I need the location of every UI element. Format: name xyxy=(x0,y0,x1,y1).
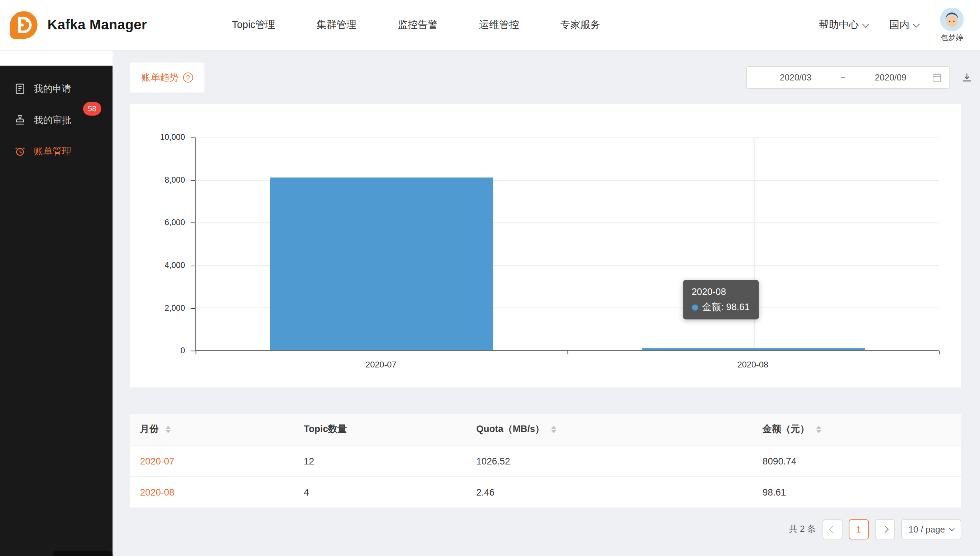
tooltip-value: 金额: 98.61 xyxy=(702,301,750,313)
help-center-link[interactable]: 帮助中心 xyxy=(819,18,868,31)
x-axis-tick xyxy=(567,351,568,354)
gridline xyxy=(196,137,939,138)
date-start[interactable]: 2020/03 xyxy=(754,73,837,82)
column-label: 月份 xyxy=(140,423,158,434)
sorter-icon[interactable] xyxy=(816,426,821,433)
prev-page-button[interactable] xyxy=(822,519,842,539)
quota-cell: 2.46 xyxy=(466,476,752,507)
chart-plot: 2020-08 金额: 98.61 xyxy=(195,137,939,351)
sidebar-collapse-bar[interactable] xyxy=(53,551,113,556)
date-range-picker[interactable]: 2020/03 ~ 2020/09 xyxy=(746,66,950,89)
brand-title: Kafka Manager xyxy=(48,17,147,33)
y-axis-label: 0 xyxy=(130,346,185,356)
nav-monitor-alert[interactable]: 监控告警 xyxy=(398,18,438,31)
tooltip-line: 金额: 98.61 xyxy=(692,301,750,313)
y-axis-label: 2,000 xyxy=(130,303,185,313)
user-menu[interactable]: 包梦婷 xyxy=(940,7,964,43)
x-axis-label: 2020-08 xyxy=(567,360,939,370)
table-row: 2020-08 4 2.46 98.61 xyxy=(130,476,961,507)
nav-expert-service[interactable]: 专家服务 xyxy=(560,18,601,31)
tab-bill-trend[interactable]: 账单趋势 xyxy=(130,63,204,92)
nav-cluster-manage[interactable]: 集群管理 xyxy=(316,18,357,31)
chart-bar-2020-07[interactable] xyxy=(270,178,493,350)
y-axis-tick xyxy=(191,137,195,138)
page-size-label: 10 / page xyxy=(909,524,945,534)
chevron-right-icon xyxy=(881,525,888,533)
tooltip-title: 2020-08 xyxy=(692,286,750,297)
topic-count-cell: 12 xyxy=(294,445,467,476)
x-axis-label: 2020-07 xyxy=(195,360,567,370)
sidebar: 我的申请 我的审批 58 账单管理 xyxy=(0,66,113,556)
sidebar-item-label: 账单管理 xyxy=(34,145,71,157)
y-axis-label: 8,000 xyxy=(130,175,185,185)
main-nav: Topic管理 集群管理 监控告警 运维管控 专家服务 xyxy=(232,18,601,31)
chart-ylabels: 02,0004,0006,0008,00010,000 xyxy=(130,137,190,351)
alarm-icon xyxy=(14,145,26,157)
billing-table-panel: 月份 Topic数量 Quota（MB/s） 金额（元） xyxy=(130,414,961,508)
y-axis-tick xyxy=(191,223,195,223)
chart-panel: 02,0004,0006,0008,00010,000 2020-08 金额: … xyxy=(130,103,961,388)
approval-count-badge: 58 xyxy=(83,102,101,116)
toolbar-row: 账单趋势 2020/03 ~ 2020/09 xyxy=(130,63,961,92)
y-axis-label: 6,000 xyxy=(130,218,185,228)
sidebar-item-bill-management[interactable]: 账单管理 xyxy=(0,136,113,167)
nav-ops-control[interactable]: 运维管控 xyxy=(479,18,519,31)
pagination-total: 共 2 条 xyxy=(789,524,816,535)
sorter-icon[interactable] xyxy=(166,426,171,433)
download-icon[interactable] xyxy=(961,72,973,83)
stamp-icon xyxy=(14,114,26,126)
column-header-topic-count: Topic数量 xyxy=(294,414,467,445)
chevron-down-icon xyxy=(913,21,920,27)
topbar-right: 帮助中心 国内 包梦婷 xyxy=(819,7,964,43)
sidebar-item-label: 我的审批 xyxy=(34,114,71,126)
y-axis-tick xyxy=(191,265,195,266)
x-axis-tick xyxy=(939,351,940,354)
avatar xyxy=(940,7,964,31)
table-row: 2020-07 12 1026.52 8090.74 xyxy=(130,445,961,476)
topic-count-cell: 4 xyxy=(294,476,467,507)
sidebar-top-strip xyxy=(0,50,113,66)
column-header-amount[interactable]: 金额（元） xyxy=(752,414,961,445)
calendar-icon xyxy=(932,73,942,82)
nav-topic-manage[interactable]: Topic管理 xyxy=(232,18,276,31)
page-1-button[interactable]: 1 xyxy=(848,519,869,539)
column-label: 金额（元） xyxy=(762,423,809,434)
amount-cell: 8090.74 xyxy=(752,445,961,476)
y-axis-tick xyxy=(191,351,195,351)
quota-cell: 1026.52 xyxy=(466,445,752,476)
app-logo-icon xyxy=(9,10,39,40)
billing-table: 月份 Topic数量 Quota（MB/s） 金额（元） xyxy=(130,414,961,508)
pagination: 共 2 条 1 10 / page xyxy=(130,519,961,539)
sidebar-item-label: 我的申请 xyxy=(34,83,71,95)
main-content: 账单趋势 2020/03 ~ 2020/09 xyxy=(113,50,980,556)
topbar: Kafka Manager Topic管理 集群管理 监控告警 运维管控 专家服… xyxy=(0,0,980,50)
month-link[interactable]: 2020-07 xyxy=(130,445,294,476)
user-name: 包梦婷 xyxy=(941,32,963,43)
toolbar-controls: 2020/03 ~ 2020/09 xyxy=(746,66,972,89)
chevron-down-icon xyxy=(862,21,869,27)
y-axis-tick xyxy=(191,180,195,181)
column-header-quota[interactable]: Quota（MB/s） xyxy=(466,414,752,445)
next-page-button[interactable] xyxy=(875,519,895,539)
page-size-select[interactable]: 10 / page xyxy=(901,519,961,539)
sorter-icon[interactable] xyxy=(552,426,556,433)
region-select[interactable]: 国内 xyxy=(890,18,919,31)
date-separator: ~ xyxy=(837,73,849,82)
y-axis-label: 10,000 xyxy=(130,133,185,142)
chart-tooltip: 2020-08 金额: 98.61 xyxy=(683,280,759,320)
app-root: Kafka Manager Topic管理 集群管理 监控告警 运维管控 专家服… xyxy=(0,0,980,556)
chart-xlabels: 2020-072020-08 xyxy=(195,355,939,370)
date-end[interactable]: 2020/09 xyxy=(849,73,932,82)
y-axis-tick xyxy=(191,308,195,309)
sidebar-item-my-approvals[interactable]: 我的审批 58 xyxy=(0,104,113,136)
chevron-left-icon xyxy=(829,525,836,533)
question-circle-icon[interactable] xyxy=(183,73,193,82)
sidebar-item-my-applications[interactable]: 我的申请 xyxy=(0,73,113,104)
column-header-month[interactable]: 月份 xyxy=(130,414,294,445)
x-axis-tick xyxy=(196,351,197,354)
month-link[interactable]: 2020-08 xyxy=(130,476,294,507)
region-label: 国内 xyxy=(890,18,909,31)
table-header-row: 月份 Topic数量 Quota（MB/s） 金额（元） xyxy=(130,414,961,445)
chart-bar-2020-08[interactable] xyxy=(642,348,865,350)
clipboard-icon xyxy=(14,82,26,95)
